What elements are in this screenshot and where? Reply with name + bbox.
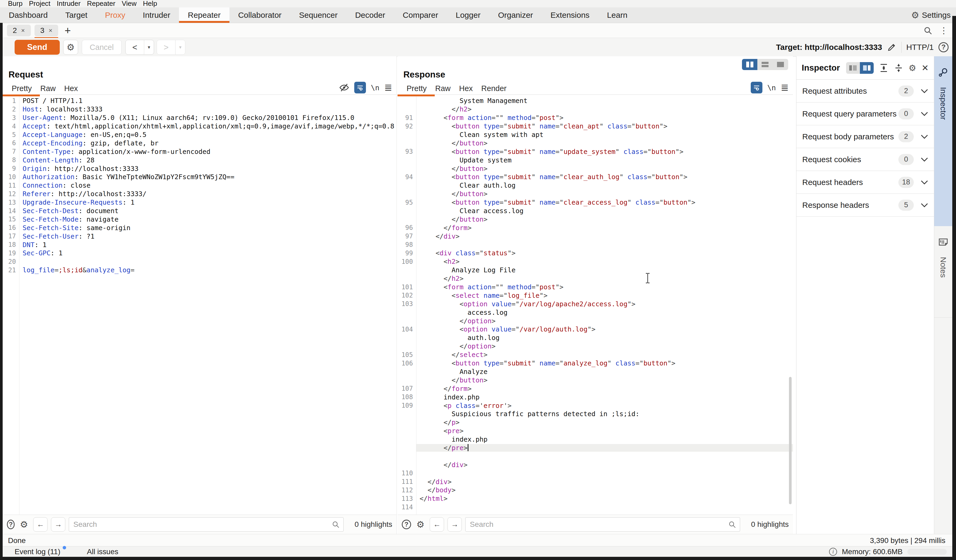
code-line[interactable]: 21log_file=;ls;id&analyze_log= <box>3 266 396 275</box>
search-icon[interactable] <box>923 26 932 35</box>
search-prev-button[interactable]: ← <box>430 517 444 532</box>
menu-burp[interactable]: Burp <box>8 0 29 8</box>
code-line[interactable]: Analyze Log File <box>398 266 793 275</box>
code-line[interactable]: 112 </body> <box>398 486 793 494</box>
inspector-section-request-cookies[interactable]: Request cookies0 <box>796 148 934 171</box>
search-next-button[interactable]: → <box>51 517 65 532</box>
tab-proxy[interactable]: Proxy <box>96 8 134 23</box>
menu-help[interactable]: Help <box>143 0 163 8</box>
code-line[interactable]: </button> <box>398 190 793 198</box>
code-line[interactable]: 101 <form action="" method="post"> <box>398 283 793 292</box>
code-line[interactable]: 14Sec-Fetch-Dest: document <box>3 207 396 215</box>
word-wrap-icon[interactable] <box>751 82 763 93</box>
request-tab-raw[interactable]: Raw <box>36 82 60 94</box>
http-version-label[interactable]: HTTP/1 <box>906 43 934 52</box>
code-line[interactable]: 110 <box>398 469 793 477</box>
kebab-menu-icon[interactable]: ⋮ <box>940 25 948 36</box>
help-icon[interactable]: ? <box>7 520 14 529</box>
chevron-down-icon[interactable]: ▾ <box>144 40 154 55</box>
code-line[interactable]: 104 <option value="/var/log/auth.log"> <box>398 325 793 334</box>
menu-repeater[interactable]: Repeater <box>87 0 122 8</box>
code-line[interactable]: 103 <option value="/var/log/apache2/acce… <box>398 300 793 308</box>
code-line[interactable]: 13Upgrade-Insecure-Requests: 1 <box>3 198 396 207</box>
panel-divider[interactable] <box>396 56 397 534</box>
request-editor[interactable]: 1POST / HTTP/1.12Host: localhost:33333Us… <box>3 95 396 515</box>
inspector-section-request-headers[interactable]: Request headers18 <box>796 171 934 194</box>
code-line[interactable]: 1POST / HTTP/1.1 <box>3 97 396 105</box>
inspector-dock-left-button[interactable] <box>846 62 860 74</box>
code-line[interactable]: </h2> <box>398 105 793 114</box>
chevron-down-icon[interactable] <box>921 203 928 207</box>
menu-view[interactable]: View <box>122 0 143 8</box>
code-line[interactable]: Clear auth.log <box>398 181 793 190</box>
send-button[interactable]: Send <box>14 40 60 55</box>
scrollbar-thumb[interactable] <box>789 377 792 504</box>
menu-project[interactable]: Project <box>29 0 57 8</box>
layout-single-button[interactable] <box>773 59 788 70</box>
code-line[interactable]: 113</html> <box>398 494 793 503</box>
code-line[interactable]: 98 <box>398 240 793 249</box>
response-tab-raw[interactable]: Raw <box>431 82 455 94</box>
chevron-down-icon[interactable] <box>921 157 928 162</box>
gear-icon[interactable]: ⚙ <box>18 520 30 529</box>
code-line[interactable]: 7Content-Type: application/x-www-form-ur… <box>3 147 396 156</box>
code-line[interactable]: 17Sec-Fetch-User: ?1 <box>3 232 396 240</box>
tab-collaborator[interactable]: Collaborator <box>230 8 290 23</box>
menu-intruder[interactable]: Intruder <box>57 0 87 8</box>
layout-columns-button[interactable] <box>742 59 757 70</box>
code-line[interactable] <box>398 452 793 460</box>
show-newlines-icon[interactable]: \n <box>767 83 776 92</box>
repeater-tab-3[interactable]: 3× <box>35 25 58 36</box>
inspector-section-request-body-parameters[interactable]: Request body parameters2 <box>796 125 934 148</box>
code-line[interactable]: 107 </form> <box>398 384 793 393</box>
request-tab-hex[interactable]: Hex <box>60 82 82 94</box>
tab-decoder[interactable]: Decoder <box>346 8 394 23</box>
code-line[interactable]: index.php <box>398 435 793 444</box>
code-line[interactable]: 9Origin: http://localhost:3333 <box>3 164 396 173</box>
gear-icon[interactable]: ⚙ <box>415 520 426 529</box>
search-prev-button[interactable]: ← <box>33 517 47 532</box>
tab-close-icon[interactable]: × <box>21 27 25 34</box>
code-line[interactable]: Analyze <box>398 367 793 376</box>
request-search-input[interactable] <box>69 517 344 532</box>
code-line[interactable]: Suspicious traffic patterns detected in … <box>398 410 793 418</box>
chevron-down-icon[interactable] <box>921 111 928 116</box>
code-line[interactable]: 91 <form action="" method="post"> <box>398 114 793 122</box>
code-line[interactable]: </button> <box>398 376 793 384</box>
tab-learn[interactable]: Learn <box>598 8 636 23</box>
prev-request-button[interactable]: < ▾ <box>125 40 154 55</box>
side-tab-notes[interactable]: Notes <box>934 226 952 318</box>
help-icon[interactable]: ? <box>939 42 948 52</box>
code-line[interactable]: 93 <button type="submit" name="update_sy… <box>398 147 793 156</box>
tab-target[interactable]: Target <box>57 8 96 23</box>
code-line[interactable]: 11Connection: close <box>3 181 396 190</box>
tab-repeater[interactable]: Repeater <box>179 8 229 23</box>
all-issues-button[interactable]: All issues <box>87 547 118 556</box>
code-line[interactable]: </button> <box>398 139 793 147</box>
inspector-dock-right-button[interactable] <box>860 62 874 74</box>
inspector-section-request-query-parameters[interactable]: Request query parameters0 <box>796 102 934 125</box>
tab-extensions[interactable]: Extensions <box>542 8 598 23</box>
response-scrollbar[interactable] <box>788 95 792 515</box>
code-line[interactable]: 106 <button type="submit" name="analyze_… <box>398 359 793 367</box>
tab-dashboard[interactable]: Dashboard <box>0 8 57 23</box>
tab-intruder[interactable]: Intruder <box>134 8 179 23</box>
code-line[interactable]: 3User-Agent: Mozilla/5.0 (X11; Linux aar… <box>3 114 396 122</box>
add-tab-button[interactable]: + <box>64 25 71 36</box>
editor-menu-icon[interactable]: ≣ <box>781 83 789 93</box>
search-next-button[interactable]: → <box>448 517 462 532</box>
code-line[interactable]: </p> <box>398 418 793 427</box>
code-line[interactable]: <pre> <box>398 427 793 435</box>
code-line[interactable]: 20 <box>3 257 396 266</box>
inspector-section-request-attributes[interactable]: Request attributes2 <box>796 80 934 102</box>
code-line[interactable]: Clean system with apt <box>398 130 793 139</box>
tab-comparer[interactable]: Comparer <box>394 8 447 23</box>
code-line[interactable]: 97 </div> <box>398 232 793 240</box>
code-line[interactable]: 4Accept: text/html,application/xhtml+xml… <box>3 122 396 130</box>
code-line[interactable]: </h2> <box>398 275 793 283</box>
code-line[interactable]: 96 </form> <box>398 223 793 232</box>
code-line[interactable]: </button> <box>398 215 793 223</box>
code-line[interactable]: 18DNT: 1 <box>3 240 396 249</box>
cancel-button[interactable]: Cancel <box>82 40 122 55</box>
code-line[interactable]: 105 </select> <box>398 351 793 359</box>
